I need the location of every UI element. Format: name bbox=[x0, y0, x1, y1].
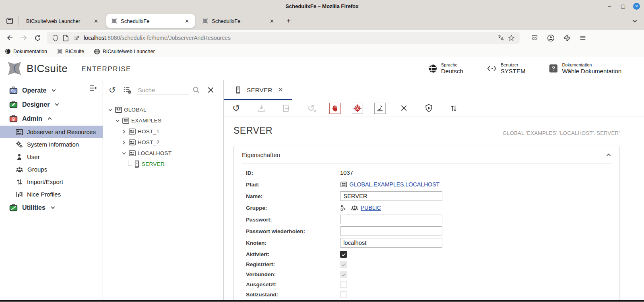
copy-forward-icon[interactable] bbox=[279, 102, 293, 114]
tree-toolbar: ↺ bbox=[103, 80, 223, 100]
translate-icon[interactable] bbox=[495, 33, 506, 43]
bookmarks-bar: Dokumentation BICsuite BICsuite!web Laun… bbox=[0, 46, 644, 57]
url-text[interactable]: localhost:8080/schedulix-fe/home/Jobserv… bbox=[84, 35, 495, 41]
tree-node-server[interactable]: SERVER bbox=[103, 159, 223, 170]
gears-icon bbox=[15, 141, 23, 149]
folder-icon bbox=[115, 106, 122, 114]
shield-icon[interactable] bbox=[50, 33, 60, 43]
browser-tab-schedulixfe[interactable]: SchedulixFe ✕ bbox=[197, 14, 280, 28]
tree-clear-icon[interactable] bbox=[207, 86, 215, 94]
server-icon bbox=[235, 86, 241, 94]
target-icon[interactable] bbox=[352, 103, 363, 114]
code-user-icon bbox=[487, 64, 497, 73]
sidebar-item-groups[interactable]: Groups bbox=[0, 163, 103, 176]
import-export-icon bbox=[15, 178, 23, 186]
tree-search-input[interactable] bbox=[137, 85, 189, 95]
sidebar-item-user[interactable]: User bbox=[0, 151, 103, 163]
sidebar-item-system-information[interactable]: System Information bbox=[0, 138, 103, 151]
language-selector[interactable]: Sprache Deutsch bbox=[427, 62, 463, 74]
field-pfad: Pfad: GLOBAL.EXAMPLES.LOCALHOST bbox=[242, 180, 611, 189]
forward-icon[interactable] bbox=[18, 32, 30, 44]
stop-hand-icon[interactable] bbox=[329, 103, 341, 114]
extensions-puzzle-icon[interactable] bbox=[561, 32, 573, 44]
folder-icon bbox=[340, 181, 347, 188]
document-tab-server[interactable]: SERVER ✕ bbox=[224, 80, 292, 100]
new-tab-button[interactable]: + bbox=[282, 15, 295, 27]
permissions-icon[interactable] bbox=[71, 33, 81, 43]
bookmark-star-icon[interactable] bbox=[506, 33, 516, 43]
suspended-checkbox[interactable] bbox=[340, 281, 347, 288]
back-icon[interactable] bbox=[4, 32, 16, 44]
tree-search-icon[interactable] bbox=[192, 86, 200, 94]
tree-node-examples[interactable]: EXAMPLES bbox=[103, 115, 223, 126]
account-icon[interactable] bbox=[545, 32, 557, 44]
page-info-icon[interactable] bbox=[60, 33, 71, 43]
shield-run-icon[interactable] bbox=[422, 102, 436, 114]
browser-navbar: localhost:8080/schedulix-fe/home/Jobserv… bbox=[0, 30, 644, 46]
list-all-tabs-icon[interactable] bbox=[629, 15, 641, 27]
docs-label: Dokumentation bbox=[562, 62, 621, 67]
inspect-microscope-icon[interactable] bbox=[374, 103, 386, 114]
document-tab-close-icon[interactable]: ✕ bbox=[278, 86, 283, 93]
password-repeat-input[interactable] bbox=[340, 226, 442, 236]
browser-tab-launcher[interactable]: BICsuite!web Launcher ✕ bbox=[21, 14, 104, 28]
folder-icon bbox=[128, 139, 136, 146]
page-title: SERVER bbox=[233, 125, 272, 136]
tree-refresh-icon[interactable]: ↺ bbox=[109, 86, 116, 94]
tree-node-global[interactable]: GLOBAL bbox=[103, 104, 223, 115]
sidebar-item-nice-profiles[interactable]: Nice Profiles bbox=[0, 188, 103, 201]
tree-filter-icon[interactable] bbox=[123, 86, 132, 94]
schedulix-favicon bbox=[202, 18, 208, 24]
bookmark-web-launcher[interactable]: BICsuite!web Launcher bbox=[94, 48, 155, 55]
delete-icon[interactable] bbox=[397, 102, 411, 114]
password-input[interactable] bbox=[340, 215, 442, 224]
chevron-down-icon bbox=[50, 205, 56, 210]
collapse-section-icon[interactable] bbox=[606, 152, 611, 158]
group-link[interactable]: PUBLIC bbox=[361, 205, 381, 211]
save-icon[interactable] bbox=[254, 102, 268, 114]
sidebar-item-import-export[interactable]: Import/Export bbox=[0, 176, 103, 188]
tree-node-localhost[interactable]: LOCALHOST bbox=[103, 148, 223, 159]
firefox-view-icon[interactable] bbox=[3, 15, 16, 27]
select-group-icon[interactable] bbox=[340, 205, 347, 211]
user-menu[interactable]: Benutzer SYSTEM bbox=[487, 62, 526, 74]
tab-close-icon[interactable]: ✕ bbox=[268, 17, 276, 25]
bicsuite-logo bbox=[6, 60, 23, 77]
sort-updown-icon[interactable] bbox=[447, 102, 460, 114]
tree-node-host-2[interactable]: HOST_2 bbox=[103, 137, 223, 148]
url-bar[interactable]: localhost:8080/schedulix-fe/home/Jobserv… bbox=[47, 32, 520, 44]
tree-node-host-1[interactable]: HOST_1 bbox=[103, 126, 223, 137]
pocket-icon[interactable] bbox=[528, 32, 541, 44]
sidebar-section-operate[interactable]: Operate bbox=[0, 83, 103, 97]
sidebar-item-jobserver-and-resources[interactable]: Jobserver and Resources bbox=[0, 126, 103, 138]
brand-name: BICsuite bbox=[27, 62, 68, 75]
sidebar-section-admin[interactable]: Admin bbox=[0, 112, 103, 126]
window-titlebar: SchedulixFe – Mozilla Firefox – ▢ ✕ bbox=[0, 0, 644, 12]
close-window-button[interactable]: ✕ bbox=[633, 3, 640, 10]
sidebar-section-designer[interactable]: Designer bbox=[0, 97, 103, 112]
name-input[interactable] bbox=[340, 191, 442, 201]
sidebar-section-utilities[interactable]: Utilities bbox=[0, 201, 103, 215]
app-header: BICsuite ENTERPRISE Sprache Deutsch Benu… bbox=[0, 57, 644, 80]
bookmark-dokumentation[interactable]: Dokumentation bbox=[5, 48, 47, 54]
reload-icon[interactable] bbox=[31, 32, 43, 44]
discard-changes-icon[interactable]: ↺ bbox=[304, 102, 318, 114]
menu-hamburger-icon[interactable] bbox=[577, 32, 589, 44]
field-partial-clipped: Sollzustand: bbox=[242, 290, 611, 299]
bookmark-bicsuite[interactable]: BICsuite bbox=[57, 48, 84, 54]
tab-close-icon[interactable]: ✕ bbox=[183, 17, 191, 25]
user-value: SYSTEM bbox=[501, 68, 526, 74]
docs-logo-icon bbox=[5, 48, 11, 54]
tab-close-icon[interactable]: ✕ bbox=[92, 17, 100, 25]
path-link[interactable]: GLOBAL.EXAMPLES.LOCALHOST bbox=[349, 181, 440, 188]
minimize-button[interactable]: – bbox=[606, 2, 613, 10]
partial-checkbox[interactable] bbox=[340, 291, 347, 298]
collapse-sidebar-icon[interactable] bbox=[89, 84, 98, 92]
maximize-button[interactable]: ▢ bbox=[619, 2, 627, 10]
node-input[interactable] bbox=[340, 238, 442, 248]
enabled-checkbox[interactable] bbox=[340, 251, 347, 258]
refresh-icon[interactable]: ↺ bbox=[229, 102, 243, 114]
browser-tab-schedulixfe-active[interactable]: SchedulixFe ✕ bbox=[106, 14, 195, 28]
field-ausgesetzt: Ausgesetzt: bbox=[242, 280, 611, 289]
documentation-selector[interactable]: ? Dokumentation Wähle Dokumentation bbox=[549, 62, 621, 74]
